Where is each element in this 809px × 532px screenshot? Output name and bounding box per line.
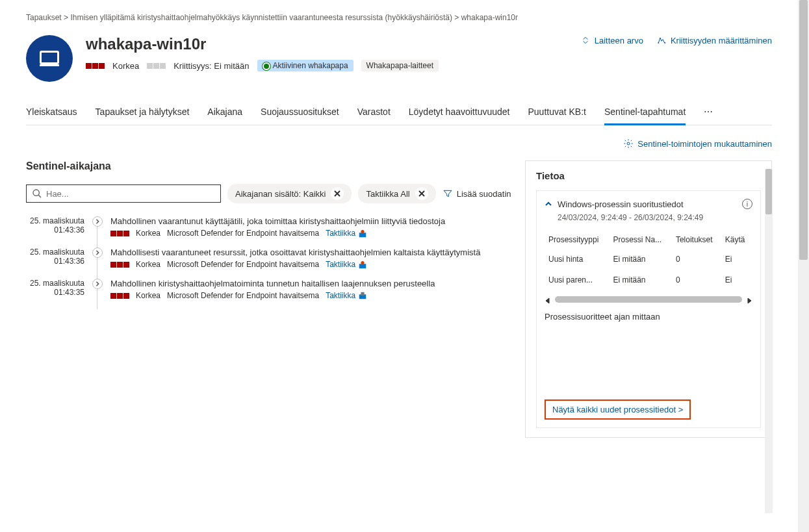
info-panel: Tietoa Windows-prosessin suoritustiedot … <box>525 160 772 438</box>
svg-rect-10 <box>361 292 364 296</box>
add-filter-button[interactable]: Lisää suodatin <box>443 188 511 199</box>
criticality-label: Kriittisyys: Ei mitään <box>173 61 249 71</box>
tab-bar: Yleiskatsaus Tapaukset ja hälytykset Aik… <box>26 101 772 125</box>
table-row[interactable]: Uusi paren...Ei mitään0Ei <box>546 270 751 290</box>
event-time: 01:43:36 <box>26 225 84 234</box>
inner-scrollbar[interactable] <box>765 169 773 513</box>
customize-sentinel-button[interactable]: Sentinel-toimintojen mukauttaminen <box>623 138 772 149</box>
search-field[interactable] <box>46 189 215 199</box>
timeline-item[interactable]: 25. maaliskuuta 01:43:35 Mahdollinen kir… <box>26 279 512 301</box>
event-date: 25. maaliskuuta <box>26 247 84 257</box>
severity-indicator <box>110 231 129 236</box>
timeline-list: 25. maaliskuuta 01:43:36 Mahdollinen vaa… <box>26 216 512 300</box>
tab-more-icon[interactable]: ⋯ <box>704 101 713 125</box>
tactic-icon <box>358 291 367 300</box>
outer-scrollbar[interactable] <box>798 0 809 532</box>
tactic-link[interactable]: Taktiikka <box>326 260 366 270</box>
event-title: Mahdollisesti vaarantuneet resurssit, jo… <box>110 247 512 257</box>
arrow-right-icon[interactable] <box>746 296 752 303</box>
process-table: Prosessityyppi Prosessi Na... Teloitukse… <box>545 230 752 291</box>
col-type[interactable]: Prosessityyppi <box>546 231 609 248</box>
chevron-up-icon <box>545 200 552 208</box>
device-icon <box>26 35 73 82</box>
show-all-processes-link[interactable]: Näytä kaikki uudet prosessitiedot > <box>545 399 691 420</box>
active-user-pill[interactable]: Aktiivinen whakapapa <box>257 60 353 71</box>
date-range: 24/03/2024, 9:24:49 - 26/03/2024, 9:24:4… <box>558 213 752 222</box>
col-kayta[interactable]: Käytä <box>723 231 751 248</box>
info-panel-title: Tietoa <box>536 170 761 181</box>
close-icon[interactable] <box>415 187 428 200</box>
horizontal-scrollbar[interactable] <box>545 296 752 303</box>
tab-incidents[interactable]: Tapaukset ja hälytykset <box>96 101 190 125</box>
severity-indicator <box>110 293 129 299</box>
tab-security-recs[interactable]: Suojaussuositukset <box>261 101 339 125</box>
tab-sentinel-events[interactable]: Sentinel-tapahtumat <box>604 101 686 125</box>
info-icon[interactable]: i <box>742 199 752 209</box>
tab-inventories[interactable]: Varastot <box>357 101 391 125</box>
chart-label: Prosessisuoritteet ajan mittaan <box>545 312 752 322</box>
tactic-link[interactable]: Taktiikka <box>326 229 366 238</box>
tab-missing-kbs[interactable]: Puuttuvat KB:t <box>528 101 586 125</box>
timeline-item[interactable]: 25. maaliskuuta 01:43:36 Mahdollinen vaa… <box>26 216 512 238</box>
breadcrumb[interactable]: Tapaukset > Ihmisen ylläpitämä kiristysh… <box>26 13 772 22</box>
severity-indicator <box>86 63 105 69</box>
col-teloitukset[interactable]: Teloitukset <box>673 231 721 248</box>
svg-point-4 <box>33 190 39 196</box>
event-title: Mahdollinen vaarantunut käyttäjätili, jo… <box>110 216 512 226</box>
close-icon[interactable] <box>331 187 344 200</box>
filter-chip-tactic[interactable]: Taktiikka All <box>358 184 435 203</box>
tab-overview[interactable]: Yleiskatsaus <box>26 101 77 125</box>
svg-point-8 <box>361 261 364 264</box>
tab-vulnerabilities[interactable]: Löydetyt haavoittuvuudet <box>409 101 510 125</box>
svg-rect-0 <box>41 52 58 64</box>
severity-label: Korkea <box>112 61 139 71</box>
chevron-right-icon[interactable] <box>92 216 103 227</box>
search-icon <box>32 188 42 199</box>
set-criticality-button[interactable]: Kriittisyyden määrittäminen <box>656 35 772 45</box>
filter-icon <box>443 188 453 199</box>
collapse-toggle[interactable]: Windows-prosessin suoritustiedot i <box>545 199 752 209</box>
arrow-left-icon[interactable] <box>545 296 551 303</box>
svg-point-6 <box>361 230 364 233</box>
svg-point-3 <box>627 142 630 145</box>
event-title: Mahdollinen kiristyshaittaohjelmatoimint… <box>110 279 512 288</box>
devices-pill[interactable]: Whakapapa-laitteet <box>361 60 439 71</box>
page-title: whakapa-win10r <box>86 35 567 53</box>
tab-timeline[interactable]: Aikajana <box>207 101 242 125</box>
criticality-indicator <box>147 63 166 69</box>
event-time: 01:43:36 <box>26 257 84 266</box>
device-value-button[interactable]: Laitteen arvo <box>580 35 643 45</box>
status-dot-icon <box>263 62 270 70</box>
filter-chip-content[interactable]: Aikajanan sisältö: Kaikki <box>227 184 352 203</box>
breadcrumb-text: Ihmisen ylläpitämä kiristyshaittaohjelma… <box>70 13 518 22</box>
svg-rect-7 <box>359 264 366 268</box>
svg-rect-5 <box>359 233 366 237</box>
timeline-item[interactable]: 25. maaliskuuta 01:43:36 Mahdollisesti v… <box>26 247 512 270</box>
timeline-title: Sentinel-aikajana <box>26 160 512 172</box>
svg-point-2 <box>665 42 665 43</box>
event-date: 25. maaliskuuta <box>26 216 84 225</box>
severity-indicator <box>110 262 129 268</box>
chevron-right-icon[interactable] <box>92 247 103 258</box>
tactic-link[interactable]: Taktiikka <box>326 291 366 301</box>
event-date: 25. maaliskuuta <box>26 279 84 288</box>
search-input[interactable] <box>26 184 221 203</box>
tactic-icon <box>358 260 367 270</box>
event-time: 01:43:35 <box>26 288 84 297</box>
chevron-right-icon[interactable] <box>92 279 103 289</box>
tactic-icon <box>358 229 367 238</box>
breadcrumb-prefix: Tapaukset > <box>26 13 68 22</box>
col-name[interactable]: Prosessi Na... <box>610 231 671 248</box>
table-row[interactable]: Uusi hintaEi mitään0Ei <box>546 249 751 269</box>
